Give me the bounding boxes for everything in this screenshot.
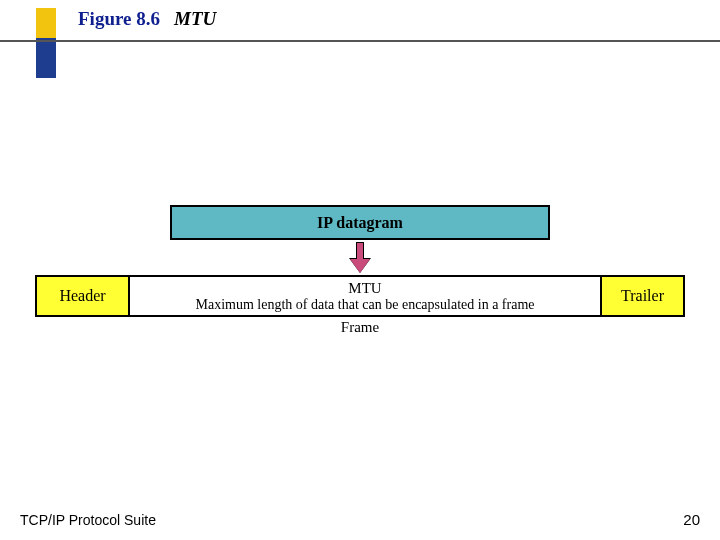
frame-trailer-label: Trailer [621,287,664,305]
ornament-yellow-block [36,8,56,38]
ip-datagram-box: IP datagram [170,205,550,240]
frame-trailer-box: Trailer [600,275,685,317]
arrow-down-icon [353,242,367,272]
mtu-label: MTU [130,279,600,297]
frame-caption: Frame [35,319,685,336]
figure-number: Figure 8.6 [78,8,160,30]
frame-header-label: Header [59,287,105,305]
figure-topic: MTU [174,8,216,30]
frame-row: Header MTU Maximum length of data that c… [35,275,685,317]
title-underline [0,40,720,42]
ornament-blue-block [36,38,56,78]
frame-mtu-box: MTU Maximum length of data that can be e… [130,275,600,317]
slide-ornament [8,8,78,78]
title-row: Figure 8.6 MTU [78,8,216,30]
page-number: 20 [683,511,700,528]
ip-datagram-label: IP datagram [317,214,403,232]
footer-source: TCP/IP Protocol Suite [20,512,156,528]
mtu-description: Maximum length of data that can be encap… [130,297,600,314]
frame-header-box: Header [35,275,130,317]
